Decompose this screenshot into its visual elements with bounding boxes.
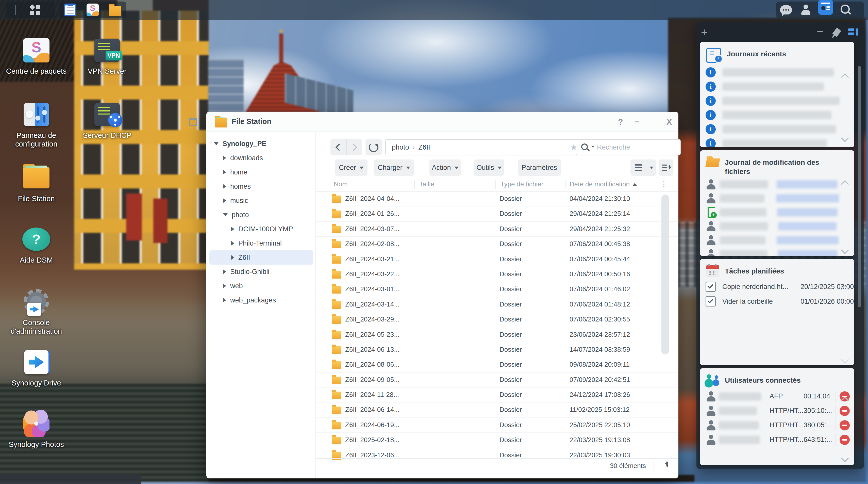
chevron-right-icon[interactable] <box>231 255 234 260</box>
table-row[interactable]: Z6II_2024-03-01...Dossier07/06/2024 01:4… <box>315 282 678 297</box>
breadcrumb[interactable]: photo › Z6II ★ <box>385 139 584 155</box>
back-button[interactable] <box>331 139 347 155</box>
disconnect-user-button[interactable] <box>840 406 850 416</box>
pin-icon[interactable] <box>832 27 841 37</box>
task-checkbox[interactable] <box>706 296 716 306</box>
table-row[interactable]: Z6II_2024-03-29...Dossier07/06/2024 02:3… <box>315 312 678 327</box>
tree-item-studio-ghibli[interactable]: Studio-Ghibli <box>206 265 315 279</box>
column-header-modified[interactable]: Date de modification <box>569 180 637 188</box>
table-row[interactable]: Z6II_2024-09-05...Dossier07/09/2024 20:4… <box>315 372 678 388</box>
disconnect-user-button[interactable] <box>840 420 850 430</box>
column-header-size[interactable]: Taille <box>419 180 434 188</box>
redacted-link[interactable] <box>777 180 838 188</box>
file-change-entry[interactable] <box>700 247 854 256</box>
table-row[interactable]: Z6II_2024-06-14...Dossier11/02/2025 15:0… <box>315 402 678 418</box>
table-row[interactable]: Z6II_2024-11-28...Dossier24/12/2024 17:0… <box>315 388 678 402</box>
scroll-down-icon[interactable] <box>841 356 849 364</box>
file-list-scrollbar[interactable] <box>661 194 669 355</box>
desktop-shortcut-vpn-server[interactable]: VPN Server <box>73 36 141 75</box>
log-entry[interactable]: i <box>700 80 854 94</box>
package-center-taskbar-icon[interactable] <box>87 4 99 16</box>
chevron-down-icon[interactable] <box>223 213 228 216</box>
tree-item-web[interactable]: web <box>206 279 315 293</box>
chevron-right-icon[interactable] <box>223 156 226 160</box>
desktop-shortcut-synology-photos[interactable]: Synology Photos <box>2 410 70 449</box>
file-station-taskbar-icon[interactable] <box>109 6 121 16</box>
task-row[interactable]: Copie nerderland.ht... 20/12/2025 03:00 <box>700 279 854 294</box>
tree-item-z6ii-selected[interactable]: Z6II <box>209 250 313 265</box>
add-widget-button[interactable]: + <box>701 26 708 39</box>
tree-item-downloads[interactable]: downloads <box>206 151 315 165</box>
connected-user-row[interactable]: AFP 00:14:04 <box>700 389 854 403</box>
breadcrumb-photo[interactable]: photo <box>392 144 409 151</box>
search-scope-caret-icon[interactable] <box>591 146 594 150</box>
search-box[interactable] <box>576 139 681 155</box>
table-row[interactable]: Z6II_2024-06-13...Dossier14/07/2024 03:3… <box>315 342 678 357</box>
column-header-name[interactable]: Nom <box>334 180 348 188</box>
chevron-right-icon[interactable] <box>231 227 234 231</box>
upload-button[interactable]: Charger <box>374 159 414 176</box>
file-change-entry[interactable] <box>700 191 854 205</box>
desktop-shortcut-package-center[interactable]: Centre de paquets <box>2 36 70 75</box>
search-input[interactable] <box>596 143 676 152</box>
table-row[interactable]: Z6II_2024-06-19...Dossier25/02/2025 22:0… <box>315 418 678 433</box>
chat-icon[interactable] <box>780 5 792 14</box>
panel-scrollbar[interactable] <box>858 66 861 307</box>
desktop-shortcut-control-panel[interactable]: Panneau de configuration <box>2 100 70 148</box>
refresh-list-button[interactable] <box>666 462 668 466</box>
widget-panel-button[interactable] <box>820 4 832 16</box>
desktop-shortcut-dhcp-server[interactable]: Serveur DHCP <box>73 100 141 140</box>
tree-item-dcim-100olymp[interactable]: DCIM-100OLYMP <box>206 222 315 236</box>
user-menu-icon[interactable] <box>800 4 812 16</box>
task-checkbox[interactable] <box>706 282 716 292</box>
scroll-down-icon[interactable] <box>841 454 849 462</box>
desktop-shortcut-file-station[interactable]: File Station <box>2 164 70 203</box>
search-icon[interactable] <box>840 4 851 16</box>
log-entry[interactable]: i <box>700 108 854 122</box>
sort-button[interactable] <box>659 159 673 176</box>
main-menu-button[interactable] <box>30 5 40 15</box>
chevron-right-icon[interactable] <box>223 298 226 302</box>
table-row[interactable]: Z6II_2024-04-04...Dossier04/04/2024 21:3… <box>315 191 678 207</box>
tree-item-synology-pe[interactable]: Synology_PE <box>206 137 315 151</box>
collapse-panel-button[interactable]: − <box>817 25 823 38</box>
action-button[interactable]: Action <box>429 159 461 176</box>
table-row[interactable]: Z6II_2024-03-14...Dossier07/06/2024 01:4… <box>315 297 678 312</box>
maximize-button[interactable] <box>187 116 199 128</box>
window-titlebar[interactable]: File Station ? − X <box>206 112 678 132</box>
column-header-filetype[interactable]: Type de fichier <box>500 180 544 188</box>
table-row[interactable]: Z6II_2024-03-22...Dossier07/06/2024 00:5… <box>315 267 678 282</box>
chevron-right-icon[interactable] <box>231 241 234 246</box>
table-row[interactable]: Z6II_2024-02-08...Dossier07/06/2024 00:4… <box>315 237 678 252</box>
file-change-entry[interactable] <box>700 233 854 247</box>
desktop-shortcut-admin-console[interactable]: Console d'administration <box>2 288 70 335</box>
connected-user-row[interactable]: HTTP/HT... 380:05:... <box>700 418 854 432</box>
task-row[interactable]: Vider la corbeille 01/01/2026 00:00 <box>700 294 854 309</box>
chevron-right-icon[interactable] <box>223 184 226 189</box>
redacted-link[interactable] <box>778 222 837 230</box>
close-button[interactable]: X <box>663 116 675 128</box>
column-options-icon[interactable]: ⋮ <box>660 179 668 188</box>
settings-button[interactable]: Paramètres <box>518 159 561 176</box>
log-center-taskbar-icon[interactable] <box>64 4 76 16</box>
disconnect-user-button[interactable] <box>840 435 850 445</box>
file-change-entry[interactable] <box>700 205 854 219</box>
tree-item-web-packages[interactable]: web_packages <box>206 293 315 307</box>
desktop-shortcut-synology-drive[interactable]: Synology Drive <box>2 348 70 387</box>
widgets-icon[interactable] <box>818 0 833 15</box>
tree-item-philo-terminal[interactable]: Philo-Terminal <box>206 236 315 250</box>
tools-button[interactable]: Outils <box>474 159 504 176</box>
redacted-link[interactable] <box>776 194 839 202</box>
log-entry[interactable]: i <box>700 122 854 137</box>
log-entry[interactable]: i <box>700 65 854 80</box>
log-entry[interactable]: i <box>700 94 854 108</box>
table-row[interactable]: Z6II_2024-03-21...Dossier07/06/2024 00:4… <box>315 252 678 267</box>
desktop-shortcut-dsm-help[interactable]: ? Aide DSM <box>2 225 70 264</box>
chevron-right-icon[interactable] <box>223 170 226 175</box>
table-row[interactable]: Z6II_2024-03-07...Dossier29/04/2024 21:2… <box>315 222 678 237</box>
panel-layout-icon[interactable] <box>848 28 858 36</box>
table-row[interactable]: Z6II_2024-08-06...Dossier09/08/2024 20:0… <box>315 357 678 372</box>
view-mode-button[interactable] <box>630 159 647 176</box>
table-row[interactable]: Z6II_2024-05-23...Dossier23/06/2024 23:5… <box>315 327 678 342</box>
chevron-right-icon[interactable] <box>223 198 226 203</box>
